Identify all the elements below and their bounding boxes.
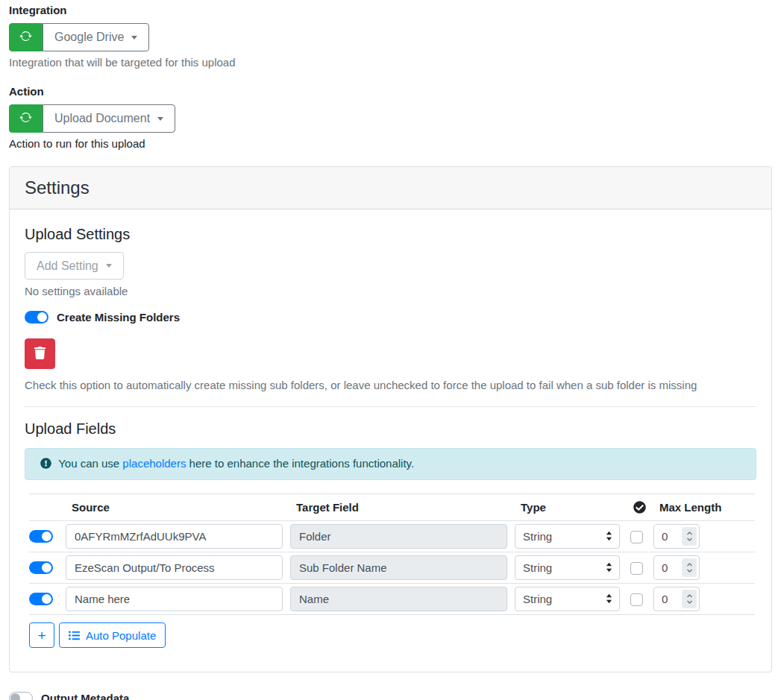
col-target-field: Target Field (290, 494, 515, 521)
create-missing-folders-toggle[interactable] (25, 311, 48, 324)
settings-card: Settings Upload Settings Add Setting No … (9, 166, 772, 672)
settings-card-title: Settings (10, 167, 771, 209)
create-missing-folders-label: Create Missing Folders (57, 311, 180, 324)
source-input[interactable] (66, 587, 283, 611)
placeholders-link[interactable]: placeholders (122, 457, 186, 470)
table-header-row: Source Target Field Type Max Length (29, 494, 755, 521)
create-missing-folders-help: Check this option to automatically creat… (25, 379, 756, 391)
max-length-wrap (653, 524, 700, 549)
integration-input-group: Google Drive (9, 23, 149, 51)
target-field-input (290, 524, 507, 549)
action-refresh-button[interactable] (9, 104, 43, 133)
row-checkbox[interactable] (630, 562, 643, 575)
number-spinner-icon[interactable] (682, 558, 697, 577)
auto-populate-button[interactable]: Auto Populate (59, 622, 166, 648)
integration-help-text: Integration that will be targeted for th… (9, 56, 772, 69)
target-field-input (290, 587, 507, 611)
action-label: Action (9, 85, 772, 98)
type-select[interactable]: String (515, 555, 620, 580)
table-row: String (29, 584, 755, 615)
add-row-button[interactable]: + (29, 622, 54, 648)
placeholders-info-alert: You can use placeholders here to enhance… (25, 448, 756, 480)
auto-populate-label: Auto Populate (86, 629, 156, 642)
section-divider (25, 406, 756, 407)
action-help-text: Action to run for this upload (9, 137, 772, 150)
integration-dropdown[interactable]: Google Drive (43, 23, 149, 51)
sync-icon (19, 30, 32, 45)
type-select[interactable]: String (515, 587, 620, 611)
row-checkbox[interactable] (630, 593, 643, 606)
table-row: String (29, 552, 755, 584)
max-length-wrap (653, 587, 700, 611)
integration-group: Integration Google Drive Integration tha… (9, 4, 772, 69)
add-setting-label: Add Setting (37, 259, 98, 273)
plus-icon: + (37, 628, 46, 643)
number-spinner-icon[interactable] (682, 590, 697, 608)
col-max-length: Max Length (653, 494, 755, 521)
sync-icon (19, 111, 32, 126)
max-length-wrap (653, 555, 700, 580)
table-actions: + Auto Populate (29, 622, 756, 648)
source-input[interactable] (66, 555, 283, 580)
action-group: Action Upload Document Action to run for… (9, 85, 772, 150)
type-select-wrap: String (515, 524, 620, 549)
add-setting-dropdown[interactable]: Add Setting (25, 252, 124, 280)
no-settings-text: No settings available (25, 285, 756, 297)
row-checkbox[interactable] (630, 531, 643, 543)
caret-down-icon (106, 264, 112, 268)
type-select[interactable]: String (515, 524, 620, 549)
row-enabled-toggle[interactable] (29, 561, 53, 574)
col-type: Type (515, 494, 627, 521)
type-select-wrap: String (515, 555, 620, 580)
output-metadata-toggle[interactable] (9, 692, 33, 700)
max-length-input[interactable] (654, 593, 675, 605)
col-checked (627, 494, 653, 521)
alert-text-before: You can use (58, 457, 122, 470)
action-dropdown[interactable]: Upload Document (43, 104, 175, 133)
number-spinner-icon[interactable] (682, 527, 697, 546)
output-metadata-block: Output Metadata Include Metadata file in… (9, 692, 772, 700)
create-missing-folders-row: Create Missing Folders (25, 311, 756, 324)
settings-card-body: Upload Settings Add Setting No settings … (10, 209, 771, 672)
upload-fields-table: Source Target Field Type Max Length (29, 494, 755, 615)
target-field-input (290, 555, 507, 580)
caret-down-icon (131, 36, 137, 40)
check-circle-icon (633, 501, 646, 514)
output-metadata-row: Output Metadata (9, 692, 772, 700)
list-icon (69, 629, 80, 642)
row-enabled-toggle[interactable] (29, 530, 53, 543)
exclamation-circle-icon (40, 458, 54, 471)
action-dropdown-label: Upload Document (54, 112, 150, 125)
row-enabled-toggle[interactable] (29, 593, 53, 605)
table-row: String (29, 521, 755, 552)
alert-text-after: here to enhance the integrations functio… (186, 457, 414, 470)
max-length-input[interactable] (654, 530, 675, 543)
output-metadata-label: Output Metadata (41, 692, 129, 700)
action-input-group: Upload Document (9, 104, 175, 133)
upload-fields-heading: Upload Fields (25, 420, 756, 438)
source-input[interactable] (66, 524, 283, 549)
upload-settings-heading: Upload Settings (25, 226, 756, 243)
caret-down-icon (157, 117, 163, 121)
integration-refresh-button[interactable] (9, 23, 43, 51)
max-length-input[interactable] (654, 561, 675, 574)
delete-button[interactable] (25, 338, 55, 369)
upload-config-page: Integration Google Drive Integration tha… (0, 0, 781, 700)
trash-icon (34, 347, 46, 362)
col-enabled (29, 494, 66, 521)
integration-dropdown-label: Google Drive (54, 31, 124, 44)
type-select-wrap: String (515, 587, 620, 611)
col-source: Source (66, 494, 290, 521)
integration-label: Integration (9, 4, 772, 16)
